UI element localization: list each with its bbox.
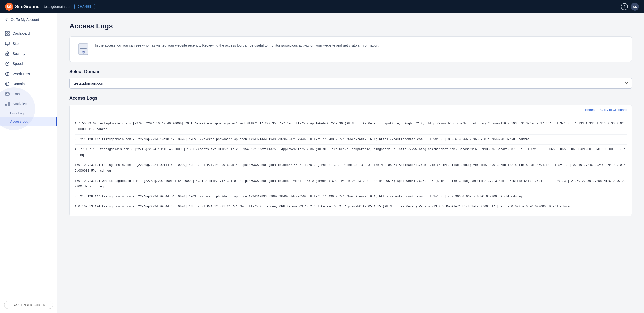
refresh-button[interactable]: Refresh [585, 108, 596, 112]
access-logs-title: Access Logs [69, 96, 632, 101]
sidebar-item-email[interactable]: Email [0, 89, 57, 99]
select-domain-title: Select Domain [69, 69, 632, 74]
access-log-label: Access Log [10, 120, 28, 123]
domain-select-wrapper: testsgdomain.com [69, 78, 632, 89]
log-entry: 35.214.128.147 testsgdomain.com - [22/Au… [75, 192, 627, 202]
sidebar-email-label: Email [13, 92, 21, 96]
log-entry: 35.214.128.147 testsgdomain.com - [22/Au… [75, 135, 627, 145]
sidebar: Go To My Account Dashboard Site [0, 13, 57, 313]
svg-rect-6 [5, 42, 9, 45]
back-arrow-icon [5, 18, 9, 21]
sidebar-wordpress-label: WordPress [13, 72, 30, 76]
sidebar-statistics-label: Statistics [13, 102, 27, 106]
sidebar-subitem-access-log[interactable]: Access Log [0, 117, 57, 126]
sidebar-dashboard-label: Dashboard [13, 31, 30, 36]
sidebar-item-wordpress[interactable]: WordPress [0, 69, 57, 79]
main-content: Access Logs In the access log you can se… [57, 13, 644, 313]
monitor-icon [5, 41, 10, 46]
sidebar-item-domain[interactable]: Domain [0, 79, 57, 89]
top-header: SG SiteGround testsgdomain.com CHANGE ? … [0, 0, 644, 13]
wordpress-icon [5, 72, 10, 76]
logs-container: Refresh Copy to Clipboard 157.55.39.60 t… [69, 105, 632, 216]
svg-rect-3 [8, 31, 9, 33]
avatar[interactable]: SS [631, 3, 639, 11]
sidebar-item-statistics[interactable]: Statistics [0, 99, 57, 109]
stats-icon [5, 102, 10, 106]
sidebar-nav: Dashboard Site Security [0, 26, 57, 298]
log-entry: 150.109.13.194 www.testsgdomain.com - [2… [75, 176, 627, 192]
svg-rect-2 [5, 31, 7, 33]
log-entry: 150.109.13.194 testsgdomain.com - [22/Au… [75, 160, 627, 176]
help-button[interactable]: ? [621, 3, 628, 10]
svg-point-8 [7, 54, 8, 55]
header-right: ? SS [621, 3, 639, 11]
svg-rect-4 [5, 34, 7, 36]
error-log-label: Error Log [10, 111, 24, 115]
sidebar-domain-label: Domain [13, 82, 25, 86]
access-log-document-icon [77, 43, 90, 56]
logo: SG SiteGround [5, 3, 40, 11]
sidebar-item-site[interactable]: Site [0, 39, 57, 49]
copy-to-clipboard-button[interactable]: Copy to Clipboard [600, 108, 627, 112]
sidebar-item-security[interactable]: Security [0, 49, 57, 59]
logs-body[interactable]: 157.55.39.60 testsgdomain.com - [22/Aug/… [70, 115, 632, 216]
grid-icon [5, 31, 10, 36]
svg-point-18 [83, 51, 84, 52]
domain-badge: testsgdomain.com CHANGE [44, 4, 95, 9]
page-title: Access Logs [69, 22, 632, 30]
info-banner: In the access log you can see who has vi… [69, 36, 632, 62]
change-domain-button[interactable]: CHANGE [74, 4, 95, 9]
svg-rect-15 [8, 102, 9, 106]
logs-toolbar: Refresh Copy to Clipboard [70, 105, 632, 115]
globe-icon [5, 82, 10, 86]
svg-rect-13 [5, 104, 6, 106]
sidebar-security-label: Security [13, 52, 25, 56]
domain-select[interactable]: testsgdomain.com [69, 78, 632, 89]
tool-finder-button[interactable]: TOOL FINDER CMD + K [4, 301, 53, 309]
lock-icon [5, 51, 10, 56]
speed-icon [5, 61, 10, 66]
sidebar-subitem-error-log[interactable]: Error Log [0, 109, 57, 117]
log-entry: 157.55.39.60 testsgdomain.com - [22/Aug/… [75, 119, 627, 135]
sidebar-item-dashboard[interactable]: Dashboard [0, 28, 57, 39]
log-entry: 40.77.167.138 testsgdomain.com - [22/Aug… [75, 145, 627, 160]
header-left: SG SiteGround testsgdomain.com CHANGE [5, 3, 95, 11]
tool-finder-label: TOOL FINDER [12, 303, 32, 307]
tool-finder-shortcut: CMD + K [34, 303, 45, 306]
logo-text: SiteGround [15, 4, 40, 9]
sidebar-site-label: Site [13, 42, 19, 46]
sidebar-speed-label: Speed [13, 62, 23, 66]
mail-icon [5, 92, 10, 96]
info-icon [77, 43, 90, 56]
sidebar-item-speed[interactable]: Speed [0, 59, 57, 69]
svg-rect-5 [8, 34, 9, 36]
svg-text:SG: SG [7, 5, 12, 9]
svg-rect-14 [7, 103, 8, 106]
back-label: Go To My Account [11, 18, 39, 22]
siteground-logo-icon: SG [5, 3, 13, 11]
layout: Go To My Account Dashboard Site [0, 13, 644, 313]
sidebar-back-link[interactable]: Go To My Account [0, 13, 57, 26]
info-text: In the access log you can see who has vi… [95, 43, 379, 48]
log-entry: 150.109.13.194 testsgdomain.com - [22/Au… [75, 202, 627, 212]
header-domain: testsgdomain.com [44, 5, 72, 9]
